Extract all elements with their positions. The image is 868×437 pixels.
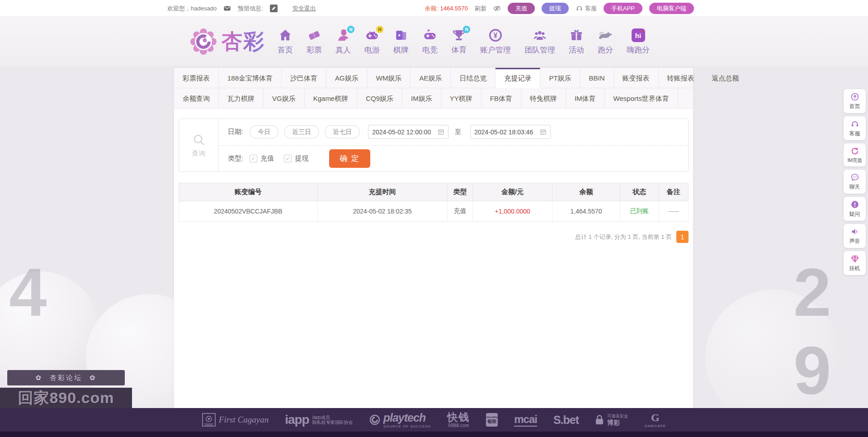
- recharge-cycle-icon: [850, 147, 859, 156]
- date-from-field[interactable]: 2024-05-02 12:00:00: [368, 125, 448, 139]
- tab-wali-cards[interactable]: 瓦力棋牌: [219, 88, 264, 109]
- recharge-button[interactable]: 充值: [508, 3, 535, 14]
- rail-sound[interactable]: 声音: [844, 224, 866, 248]
- partner-text: S.bet: [553, 413, 579, 427]
- col-header-account-id: 账变编号: [179, 183, 318, 201]
- tab-deposit-withdraw-records[interactable]: 充提记录: [495, 68, 540, 88]
- partner-gamcare: G GAMCARE: [645, 412, 666, 428]
- tab-daily-summary[interactable]: 日结总览: [451, 68, 495, 88]
- tab-shaba-sport[interactable]: 沙巴体育: [282, 68, 326, 88]
- date-to-field[interactable]: 2024-05-02 18:03:46: [470, 125, 551, 139]
- header: 杏彩 首页 彩票 N: [0, 17, 868, 66]
- rail-label: 声音: [849, 238, 860, 245]
- watermark-site-text: 回家890.com: [0, 388, 132, 408]
- tab-im-sport[interactable]: IM体育: [566, 88, 605, 109]
- rail-afk[interactable]: 挂机: [844, 251, 866, 275]
- checkbox-withdraw[interactable]: ✓ 提现: [284, 154, 308, 163]
- nav-label: 跑分: [598, 45, 613, 55]
- rail-label: 首页: [849, 103, 860, 110]
- edit-pencil-icon[interactable]: [270, 5, 278, 12]
- rail-im-recharge[interactable]: IM充值: [844, 143, 866, 166]
- tab-188-sport[interactable]: 188金宝博体育: [219, 68, 282, 88]
- confirm-button[interactable]: 确 定: [329, 149, 370, 168]
- rail-chat[interactable]: 聊天: [844, 170, 866, 194]
- tab-ae[interactable]: AE娱乐: [410, 68, 451, 88]
- search-icon: [192, 133, 206, 147]
- nav-item-live[interactable]: N 真人: [335, 28, 351, 55]
- quick-3days-button[interactable]: 近三日: [284, 125, 319, 138]
- tab-rebate-total[interactable]: 返点总额: [703, 68, 748, 88]
- partner-line2: 博彩: [607, 419, 628, 426]
- nav-item-lottery[interactable]: 彩票: [307, 28, 322, 55]
- nav-item-cards[interactable]: 棋牌: [393, 28, 409, 55]
- col-header-time: 充提时间: [317, 183, 447, 201]
- gamepad-icon: H: [365, 28, 379, 43]
- message-envelope-icon[interactable]: [223, 5, 231, 12]
- tab-wesports[interactable]: Wesports世界体育: [605, 88, 678, 109]
- rail-service[interactable]: 客服: [844, 116, 866, 140]
- mobile-app-button[interactable]: 手机APP: [604, 3, 642, 14]
- calendar-icon[interactable]: [438, 128, 444, 135]
- tabs-filler: [678, 88, 693, 109]
- nav-label: 电游: [364, 45, 380, 55]
- nav-label: 棋牌: [393, 45, 409, 55]
- partner-text: 银联: [487, 419, 496, 424]
- tab-lottery-report[interactable]: 彩票报表: [174, 68, 219, 88]
- tab-account-change-report[interactable]: 账变报表: [614, 68, 659, 88]
- nav-item-sports[interactable]: N 体育: [451, 28, 467, 55]
- nav-item-promotions[interactable]: 活动: [569, 28, 584, 55]
- main-nav: 首页 彩票 N 真人: [278, 28, 650, 55]
- nav-item-team[interactable]: 团队管理: [524, 28, 555, 55]
- tab-ag[interactable]: AG娱乐: [326, 68, 368, 88]
- withdraw-button[interactable]: 提现: [542, 3, 569, 14]
- tab-tetu-cards[interactable]: 特兔棋牌: [521, 88, 566, 109]
- tab-pt[interactable]: PT娱乐: [540, 68, 580, 88]
- nav-item-paofen[interactable]: 跑分: [598, 28, 613, 55]
- partner-sbet: S.bet: [553, 413, 579, 427]
- partner-sub: UnionPay: [486, 416, 498, 419]
- nav-item-slots[interactable]: H 电游: [364, 28, 380, 55]
- tab-yy-cards[interactable]: YY棋牌: [441, 88, 481, 109]
- customer-service-link[interactable]: 客服: [576, 5, 597, 13]
- tab-balance-query[interactable]: 余额查询: [174, 88, 219, 109]
- tab-transfer-report[interactable]: 转账报表: [659, 68, 703, 88]
- calendar-icon[interactable]: [540, 128, 547, 135]
- quick-7days-button[interactable]: 近七日: [325, 125, 360, 138]
- rail-home[interactable]: 首页: [844, 89, 866, 113]
- tab-bbin[interactable]: BBIN: [580, 68, 614, 88]
- nav-item-account[interactable]: ¥ 账户管理: [480, 28, 511, 55]
- partner-mcai: mcai: [514, 413, 537, 427]
- page-1-button[interactable]: 1: [676, 231, 689, 243]
- badge-n: N: [347, 26, 354, 33]
- nav-label: 体育: [451, 45, 467, 55]
- partner-first-cagayan: First Cagayan: [202, 413, 269, 427]
- logout-link[interactable]: 安全退出: [292, 5, 316, 13]
- quick-today-button[interactable]: 今日: [250, 125, 278, 138]
- pc-client-button[interactable]: 电脑客户端: [649, 3, 694, 14]
- nav-item-esports[interactable]: 电竞: [422, 28, 438, 55]
- logo-flower-icon: [190, 28, 217, 55]
- site-logo[interactable]: 杏彩: [190, 28, 265, 56]
- nav-item-home[interactable]: 首页: [278, 28, 293, 55]
- main-panel: 彩票报表 188金宝博体育 沙巴体育 AG娱乐 WM娱乐 AE娱乐 日结总览 充…: [174, 68, 693, 408]
- refresh-link[interactable]: 刷新: [475, 5, 486, 13]
- date-from-value: 2024-05-02 12:00:00: [372, 128, 435, 136]
- pagination: 总计 1 个记录, 分为 1 页, 当前第 1 页 1: [179, 231, 689, 243]
- tab-cq9[interactable]: CQ9娱乐: [357, 88, 402, 109]
- nav-item-hi-paofen[interactable]: hi 嗨跑分: [627, 28, 650, 55]
- tab-vg[interactable]: VG娱乐: [264, 88, 305, 109]
- eye-slash-icon[interactable]: [493, 5, 501, 12]
- tab-wm[interactable]: WM娱乐: [368, 68, 411, 88]
- balance-value: 1464.5570: [440, 5, 468, 12]
- tab-fb-sport[interactable]: FB体育: [481, 88, 521, 109]
- tab-kgame[interactable]: Kgame棋牌: [305, 88, 358, 109]
- partner-iapp: iapp iapp成员 隐私权专家国际协会: [285, 413, 353, 427]
- reserved-info-label: 预留信息:: [238, 5, 263, 13]
- cell-note: -----: [659, 201, 688, 222]
- partner-unionpay: UnionPay 银联: [486, 413, 498, 427]
- rail-question[interactable]: 疑问: [844, 197, 866, 221]
- tab-im-entertainment[interactable]: IM娱乐: [402, 88, 441, 109]
- checkbox-recharge[interactable]: ✓ 充值: [250, 154, 274, 163]
- query-label: 查询: [192, 149, 206, 158]
- cell-time: 2024-05-02 18:02:35: [317, 201, 447, 222]
